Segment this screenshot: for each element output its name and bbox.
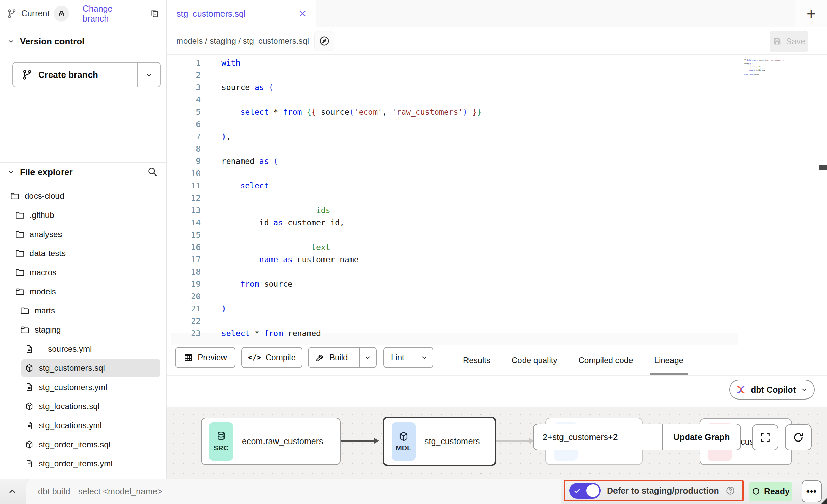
file-item-label: stg_order_items.sql <box>39 440 110 449</box>
lineage-node-source[interactable]: SRC ecom.raw_customers <box>201 418 341 465</box>
build-button[interactable]: Build <box>309 348 354 367</box>
defer-toggle[interactable] <box>569 483 601 499</box>
update-graph-button[interactable]: Update Graph <box>662 424 740 450</box>
file-item-stg_customers.yml[interactable]: stg_customers.yml <box>0 378 166 397</box>
file-item-label: data-tests <box>30 249 66 258</box>
close-icon[interactable]: ✕ <box>299 8 307 19</box>
folder-icon <box>15 229 25 239</box>
branch-bar: Current Change branch <box>0 0 166 27</box>
help-icon[interactable] <box>725 486 735 496</box>
file-item-stg_order_items.sql[interactable]: stg_order_items.sql <box>0 435 166 454</box>
chevron-up-icon[interactable] <box>7 486 18 497</box>
file-item-data-tests[interactable]: data-tests <box>0 244 166 263</box>
file-item-stg_order_items.yml[interactable]: stg_order_items.yml <box>0 454 166 473</box>
lineage-node-stg-customers[interactable]: MDL stg_customers <box>383 417 496 466</box>
save-label: Save <box>786 37 805 46</box>
tab-lineage[interactable]: Lineage <box>654 345 683 376</box>
file-item-stg_locations.sql[interactable]: stg_locations.sql <box>0 397 166 416</box>
code-line-12: 12 <box>167 192 482 204</box>
lineage-selector-bar: 2+stg_customers+2 Update Graph <box>533 424 741 450</box>
file-item-label: macros <box>30 268 57 277</box>
copy-icon[interactable] <box>149 9 160 19</box>
git-branch-icon <box>7 9 17 19</box>
tab-compiled-code[interactable]: Compiled code <box>578 345 633 376</box>
version-control-title: Version control <box>20 36 84 47</box>
defer-highlight-box: Defer to staging/production <box>564 480 744 501</box>
save-button[interactable]: Save <box>770 31 808 52</box>
toggle-knob <box>586 484 599 497</box>
badge-label: MDL <box>396 444 411 452</box>
lineage-panel[interactable]: SRC ecom.raw_customers MDL stg_customers… <box>167 407 827 479</box>
lint-button[interactable]: Lint <box>384 348 411 367</box>
dbt-copilot-button[interactable]: dbt Copilot <box>729 380 815 400</box>
command-placeholder: dbt build --select <model_name> <box>38 487 162 496</box>
results-toolbar: Preview </> Compile Build Lint <box>167 345 827 376</box>
chevron-down-icon <box>421 354 428 361</box>
breadcrumb-row: models / staging / stg_customers.sql Sav… <box>167 27 827 55</box>
file-item-label: stg_order_items.yml <box>39 459 113 468</box>
lint-split-button: Lint <box>383 347 433 368</box>
code-editor[interactable]: 1with23source as (45 select * from {{ so… <box>167 55 827 345</box>
file-item-.github[interactable]: .github <box>0 206 166 225</box>
command-input[interactable]: dbt build --select <model_name> <box>26 479 561 504</box>
save-icon <box>772 37 782 46</box>
file-item-stg_customers.sql[interactable]: stg_customers.sql <box>21 359 160 377</box>
wrench-icon <box>315 353 325 362</box>
preview-button[interactable]: Preview <box>175 347 235 368</box>
tab-stg-customers-sql[interactable]: stg_customers.sql ✕ <box>167 0 316 28</box>
status-bar: dbt build --select <model_name> Defer to… <box>0 479 827 504</box>
folder-icon <box>15 267 25 278</box>
code-line-13: 13 ---------- ids <box>167 204 482 216</box>
badge-label: SRC <box>214 444 229 452</box>
build-split-button: Build <box>308 347 377 368</box>
file-item-__sources.yml[interactable]: __sources.yml <box>0 339 166 359</box>
compass-icon <box>318 35 330 47</box>
minimap[interactable]: withsource as ( select * from {{ source(… <box>744 57 818 75</box>
refresh-button[interactable] <box>785 424 812 450</box>
file-item-staging[interactable]: staging <box>0 320 166 339</box>
build-dropdown[interactable] <box>359 348 376 367</box>
file-tree: docs-cloud.githubanalysesdata-testsmacro… <box>0 186 166 473</box>
node-label: ecom.raw_customers <box>242 436 323 446</box>
file-explorer-section-header[interactable]: File explorer <box>0 163 166 181</box>
table-icon <box>184 353 193 362</box>
file-item-label: analyses <box>30 229 62 239</box>
database-icon <box>215 431 227 442</box>
create-branch-split-button: Create branch <box>12 62 161 87</box>
code-line-23: 23select * from renamed <box>167 327 482 339</box>
more-options-button[interactable]: ••• <box>802 480 822 502</box>
build-label: Build <box>329 353 348 362</box>
file-item-models[interactable]: models <box>0 282 166 301</box>
copilot-compass-button[interactable] <box>314 31 334 51</box>
add-tab-button[interactable]: + <box>806 6 816 22</box>
tab-code-quality[interactable]: Code quality <box>512 345 557 376</box>
create-branch-button[interactable]: Create branch <box>13 63 137 87</box>
compile-button[interactable]: </> Compile <box>241 347 302 368</box>
lint-label: Lint <box>391 353 404 362</box>
version-control-section-header[interactable]: Version control <box>0 33 166 50</box>
current-branch-label: Current <box>21 9 50 18</box>
search-icon[interactable] <box>147 166 158 178</box>
file-item-analyses[interactable]: analyses <box>0 225 166 244</box>
code-line-18: 18 <box>167 266 482 278</box>
sidebar: Current Change branch Version control <box>0 0 167 479</box>
tab-results[interactable]: Results <box>463 345 490 376</box>
file-item-label: stg_customers.yml <box>39 382 107 392</box>
breadcrumb: models / staging / stg_customers.sql <box>176 27 334 55</box>
scrollbar-thumb[interactable] <box>819 165 827 170</box>
file-icon <box>25 459 34 468</box>
lineage-selector-input[interactable]: 2+stg_customers+2 <box>534 424 662 450</box>
file-item-stg_locations.yml[interactable]: stg_locations.yml <box>0 416 166 435</box>
create-branch-dropdown[interactable] <box>137 63 160 87</box>
new-tab-area: + <box>795 0 827 27</box>
code-line-11: 11 select <box>167 180 482 192</box>
change-branch-link[interactable]: Change branch <box>83 4 139 24</box>
file-item-docs-cloud[interactable]: docs-cloud <box>0 186 166 206</box>
file-item-macros[interactable]: macros <box>0 263 166 282</box>
code-line-20: 20 <box>167 290 482 303</box>
status-badge: Ready <box>749 482 792 501</box>
file-item-marts[interactable]: marts <box>0 301 166 320</box>
create-branch-label: Create branch <box>38 70 98 80</box>
lint-dropdown[interactable] <box>416 348 433 367</box>
fullscreen-button[interactable] <box>752 424 778 450</box>
